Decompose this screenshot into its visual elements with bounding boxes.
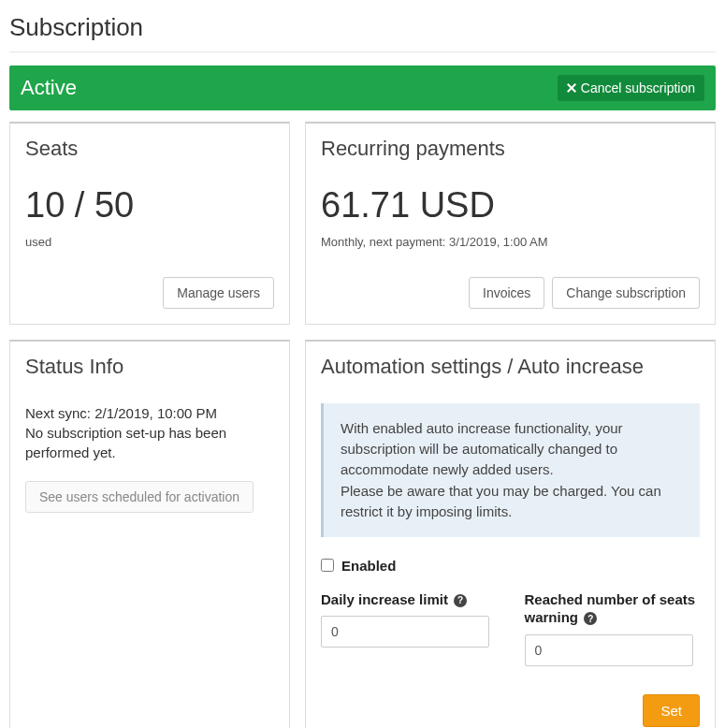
payments-title: Recurring payments (321, 137, 700, 161)
cancel-subscription-label: Cancel subscription (581, 80, 695, 95)
cancel-subscription-button[interactable]: Cancel subscription (558, 75, 704, 101)
daily-limit-label-text: Daily increase limit (321, 591, 448, 607)
status-active-label: Active (21, 76, 77, 100)
change-subscription-button[interactable]: Change subscription (552, 277, 700, 309)
payments-caption: Monthly, next payment: 3/1/2019, 1:00 AM (321, 235, 700, 249)
enabled-checkbox[interactable] (321, 559, 334, 572)
seats-value: 10 / 50 (25, 185, 274, 226)
seats-warning-label-text: Reached number of seats warning (525, 591, 696, 626)
automation-panel: Automation settings / Auto increase With… (305, 340, 716, 728)
page-title: Subscription (9, 9, 716, 52)
seats-warning-label: Reached number of seats warning ? (525, 590, 701, 627)
help-icon[interactable]: ? (454, 594, 467, 607)
status-message: No subscription set-up has been performe… (25, 423, 274, 462)
status-bar: Active Cancel subscription (9, 66, 716, 110)
seats-caption: used (25, 235, 274, 249)
daily-limit-label: Daily increase limit ? (321, 590, 497, 609)
enabled-label[interactable]: Enabled (341, 558, 396, 574)
seats-panel: Seats 10 / 50 used Manage users (9, 122, 290, 325)
status-info-panel: Status Info Next sync: 2/1/2019, 10:00 P… (9, 340, 290, 728)
payments-value: 61.71 USD (321, 185, 700, 226)
automation-info-p2: Please be aware that you may be charged.… (341, 481, 683, 522)
status-next-sync: Next sync: 2/1/2019, 10:00 PM (25, 403, 274, 423)
daily-limit-input[interactable] (321, 616, 489, 648)
automation-info-p1: With enabled auto increase functionality… (341, 418, 683, 479)
status-info-title: Status Info (25, 355, 274, 379)
manage-users-button[interactable]: Manage users (163, 277, 274, 309)
seats-title: Seats (25, 137, 274, 161)
payments-panel: Recurring payments 61.71 USD Monthly, ne… (305, 122, 716, 325)
invoices-button[interactable]: Invoices (469, 277, 544, 309)
see-scheduled-users-button: See users scheduled for activation (25, 481, 254, 513)
seats-warning-input[interactable] (525, 634, 693, 666)
close-icon (567, 83, 576, 93)
automation-info-callout: With enabled auto increase functionality… (321, 403, 700, 537)
set-button[interactable]: Set (643, 694, 700, 727)
help-icon[interactable]: ? (584, 612, 597, 625)
automation-title: Automation settings / Auto increase (321, 355, 700, 379)
